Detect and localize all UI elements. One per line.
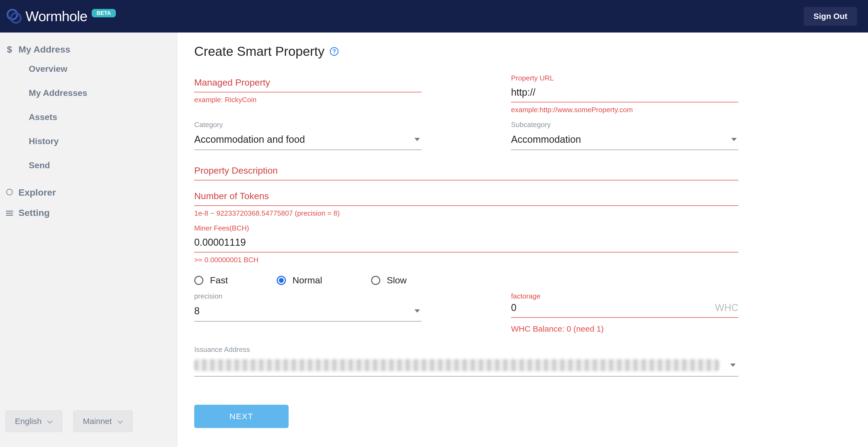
issuance-address-label: Issuance Address	[194, 345, 738, 354]
subcategory-select[interactable]: Accommodation	[511, 131, 738, 150]
category-value: Accommodation and food	[194, 134, 305, 145]
miner-fees-input[interactable]	[194, 234, 738, 252]
chevron-down-icon	[47, 417, 53, 426]
miner-fees-hint: >= 0.00000001 BCH	[194, 256, 738, 264]
sidebar-item-explorer[interactable]: Explorer	[5, 185, 172, 200]
tokens-hint: 1e-8 ~ 92233720368.54775807 (precision =…	[194, 209, 738, 217]
miner-fees-label: Miner Fees(BCH)	[194, 224, 738, 233]
beta-badge: BETA	[92, 9, 116, 18]
whc-balance: WHC Balance: 0 (need 1)	[511, 324, 738, 334]
fee-speed-normal[interactable]: Normal	[277, 275, 322, 285]
precision-label: precision	[194, 292, 422, 301]
app-header: Wormhole BETA Sign Out	[0, 0, 868, 33]
sidebar-section-label: My Address	[19, 44, 70, 55]
help-icon[interactable]: ?	[330, 47, 339, 56]
language-select-value: English	[15, 417, 41, 426]
fee-speed-slow[interactable]: Slow	[371, 275, 407, 285]
dollar-icon: $	[5, 44, 13, 55]
fee-speed-group: Fast Normal Slow	[194, 271, 738, 292]
sidebar-item-setting[interactable]: Setting	[5, 205, 172, 220]
category-select[interactable]: Accommodation and food	[194, 131, 422, 150]
svg-point-2	[6, 189, 12, 195]
factorage-input[interactable]: 0 WHC	[511, 302, 738, 318]
sidebar-item-my-addresses[interactable]: My Addresses	[29, 81, 172, 105]
subcategory-label: Subcategory	[511, 121, 738, 129]
network-select-value: Mainnet	[83, 417, 112, 426]
number-of-tokens-input[interactable]	[194, 187, 738, 206]
radio-icon	[371, 276, 380, 285]
factorage-unit: WHC	[715, 302, 738, 313]
signout-button[interactable]: Sign Out	[804, 7, 857, 26]
property-description-input[interactable]	[194, 162, 738, 180]
subcategory-value: Accommodation	[511, 134, 581, 145]
issuance-address-select[interactable]	[194, 355, 738, 377]
precision-select[interactable]: 8	[194, 302, 422, 321]
logo-text: Wormhole	[26, 8, 87, 24]
redacted-address	[194, 359, 719, 371]
sidebar-item-label: Setting	[19, 208, 50, 218]
sidebar: $ My Address Overview My Addresses Asset…	[0, 33, 177, 447]
managed-property-hint: example: RickyCoin	[194, 96, 422, 104]
next-button[interactable]: NEXT	[194, 405, 289, 428]
factorage-value: 0	[511, 302, 715, 313]
network-select[interactable]: Mainnet	[73, 410, 133, 432]
main-content: Create Smart Property ? example: RickyCo…	[177, 33, 755, 447]
sidebar-item-overview[interactable]: Overview	[29, 57, 172, 81]
caret-down-icon	[414, 309, 420, 313]
property-url-input[interactable]	[511, 84, 738, 102]
compass-icon	[5, 187, 13, 198]
property-url-label: Property URL	[511, 74, 738, 82]
managed-property-input[interactable]	[194, 74, 422, 92]
property-url-hint: example:http://www.someProperty.com	[511, 106, 738, 114]
sidebar-section-my-address[interactable]: $ My Address	[5, 42, 172, 57]
sidebar-item-assets[interactable]: Assets	[29, 105, 172, 129]
language-select[interactable]: English	[5, 410, 62, 432]
menu-icon	[5, 208, 13, 218]
precision-value: 8	[194, 305, 199, 317]
radio-label: Fast	[210, 275, 228, 285]
category-label: Category	[194, 121, 422, 129]
sidebar-item-history[interactable]: History	[29, 129, 172, 153]
page-title: Create Smart Property	[194, 44, 324, 59]
radio-icon	[194, 276, 204, 285]
wormhole-icon	[5, 8, 23, 25]
factorage-label: factorage	[511, 292, 738, 301]
sidebar-item-send[interactable]: Send	[29, 153, 172, 177]
fee-speed-fast[interactable]: Fast	[194, 275, 228, 285]
radio-label: Normal	[292, 275, 322, 285]
radio-label: Slow	[387, 275, 407, 285]
logo-group: Wormhole BETA	[5, 8, 116, 25]
caret-down-icon	[731, 138, 737, 141]
sidebar-item-label: Explorer	[19, 187, 56, 198]
chevron-down-icon	[117, 417, 123, 426]
caret-down-icon	[730, 364, 736, 367]
radio-icon	[277, 276, 286, 285]
caret-down-icon	[414, 138, 420, 141]
